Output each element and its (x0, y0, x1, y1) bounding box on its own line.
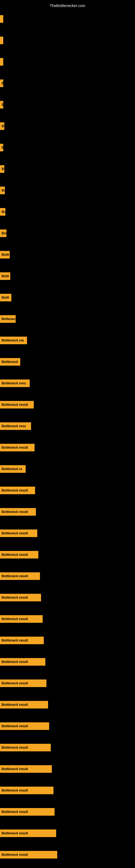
bar-label[interactable]: Bottleneck resu (0, 422, 31, 430)
bar-label[interactable]: B (0, 144, 3, 151)
bar-label[interactable]: Bottleneck result (0, 637, 44, 644)
bar-row: Bottleneck result (0, 737, 135, 758)
bar-row: Bottleneck res (0, 330, 135, 351)
bar-row: Bottleneck result (0, 823, 135, 844)
bar-row: Bot (0, 222, 135, 244)
bar-label[interactable] (0, 15, 3, 23)
bar-row: Bo (0, 115, 135, 137)
bar-row: Bottleneck re (0, 458, 135, 479)
bar-row: B (0, 72, 135, 94)
bar-row: Bottleneck resu (0, 372, 135, 394)
bar-label[interactable]: Bottleneck result (0, 551, 38, 558)
bar-row: Bottleneck result (0, 394, 135, 415)
bar-row: B (0, 137, 135, 158)
bar-label[interactable]: Bottleneck result (0, 765, 52, 773)
bar-row: Bottleneck result (0, 629, 135, 651)
bar-label[interactable]: Bottleneck result (0, 594, 41, 601)
bar-label[interactable]: Bottl (0, 294, 11, 301)
bar-label[interactable]: Bottleneck result (0, 808, 54, 816)
bar-row: Bottleneck result (0, 673, 135, 694)
bar-label[interactable]: Bottleneck result (0, 529, 37, 537)
bar-label[interactable]: Bottleneck result (0, 658, 45, 665)
bar-label[interactable]: Bottleneck resu (0, 379, 30, 387)
bar-row: Bottleneck result (0, 801, 135, 823)
bar-label[interactable]: Bottl (0, 251, 10, 258)
bar-row: Bottl (0, 287, 135, 308)
bar-label[interactable]: Bo (0, 165, 4, 173)
bar-label[interactable]: Bottleneck result (0, 786, 53, 794)
bar-label[interactable]: Bottleneck result (0, 722, 49, 730)
bar-row: Bo (0, 158, 135, 180)
bar-label[interactable]: Bo (0, 187, 5, 194)
bar-row: Bottl (0, 265, 135, 287)
bar-row: Bottleneck result (0, 544, 135, 565)
bar-label[interactable]: Bot (0, 229, 6, 237)
bar-row: Bottleneck result (0, 844, 135, 865)
bar-row: Bottleneck resu (0, 415, 135, 437)
bar-row: Bottleneck result (0, 694, 135, 715)
bar-label[interactable]: Bo (0, 208, 5, 216)
bar-row: Bottleneck result (0, 565, 135, 587)
bar-row: Bottleneck result (0, 587, 135, 608)
bar-label[interactable]: Bottenec (0, 315, 16, 323)
bar-row: Bottleneck result (0, 479, 135, 501)
bar-row (0, 8, 135, 30)
bar-label[interactable]: Bottleneck result (0, 851, 57, 859)
bar-label[interactable] (0, 58, 3, 66)
bar-row: Bo (0, 180, 135, 201)
bar-label[interactable]: Bo (0, 122, 4, 130)
bar-label[interactable]: Bottl (0, 272, 10, 280)
bar-row: Bottleneck result (0, 651, 135, 673)
bar-label[interactable] (0, 37, 3, 44)
bar-label[interactable]: Bottleneck re (0, 465, 26, 473)
bar-label[interactable]: Bottleneck result (0, 487, 35, 494)
bar-row: Bottleneck result (0, 608, 135, 629)
bar-row: Bottleneck result (0, 780, 135, 801)
bar-label[interactable]: Bottleneck result (0, 615, 43, 623)
bar-label[interactable]: Bottleneck result (0, 444, 35, 452)
bar-label[interactable]: Bottleneck result (0, 401, 34, 408)
bar-row: Bottenec (0, 308, 135, 330)
bar-label[interactable]: Bottleneck result (0, 830, 56, 837)
bar-label[interactable]: Bottleneck result (0, 508, 36, 516)
bars-container: BBBoBBoBoBoBotBottlBottlBottlBottenecBot… (0, 8, 135, 865)
bar-row: Bottleneck (0, 351, 135, 372)
bar-label[interactable]: Bottleneck result (0, 744, 51, 751)
bar-label[interactable]: Bottleneck res (0, 337, 27, 344)
bar-label[interactable]: Bottleneck result (0, 680, 46, 687)
bar-row: Bottl (0, 244, 135, 265)
bar-row (0, 30, 135, 51)
bar-row: Bottleneck result (0, 715, 135, 737)
bar-label[interactable]: Bottleneck result (0, 572, 40, 580)
bar-row: Bottleneck result (0, 437, 135, 458)
bar-row: Bottleneck result (0, 758, 135, 780)
bar-label[interactable]: Bottleneck (0, 358, 20, 366)
bar-label[interactable]: B (0, 80, 3, 87)
bar-row: Bottleneck result (0, 522, 135, 544)
bar-row: Bottleneck result (0, 501, 135, 522)
bar-row: B (0, 94, 135, 115)
bar-label[interactable]: B (0, 101, 3, 108)
bar-row (0, 51, 135, 72)
bar-label[interactable]: Bottleneck result (0, 701, 48, 709)
bar-row: Bo (0, 201, 135, 222)
